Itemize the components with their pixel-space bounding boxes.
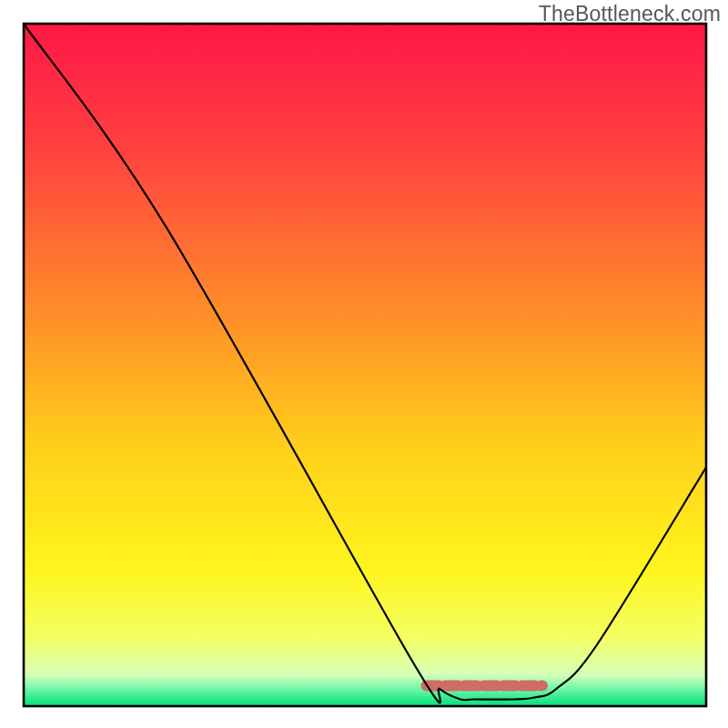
- plot-background: [24, 24, 706, 706]
- chart-container: TheBottleneck.com: [0, 0, 728, 728]
- watermark-text: TheBottleneck.com: [539, 2, 721, 26]
- chart-svg: [0, 0, 728, 728]
